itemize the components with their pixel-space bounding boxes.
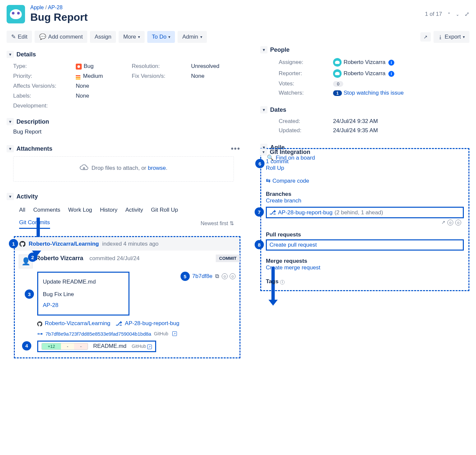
repo-link[interactable]: Roberto-Vizcarra/Learning xyxy=(29,241,99,247)
git-commits-link[interactable]: 1 commit xyxy=(266,158,289,165)
details-heading: Details xyxy=(16,51,36,58)
callout-2: 2 xyxy=(28,253,37,262)
fullscreen-icon[interactable]: ⤢ xyxy=(464,11,469,18)
collapse-git[interactable]: ▾ xyxy=(260,148,267,156)
fixversion-value: None xyxy=(191,73,205,79)
tab-gitcommits[interactable]: Git Commits xyxy=(19,218,50,229)
github-icon xyxy=(37,320,42,327)
repo-link-2[interactable]: Roberto-Vizcarra/Learning xyxy=(45,320,110,327)
collapse-attachments[interactable]: ▾ xyxy=(7,145,14,152)
repo-panel: 1 Roberto-Vizcarra/Learning indexed 4 mi… xyxy=(14,236,240,358)
info-icon[interactable]: i xyxy=(280,280,285,285)
commit-author: Roberto Vizcarra xyxy=(36,255,83,261)
file-name: README.md xyxy=(93,343,126,349)
edit-button[interactable]: ✎Edit xyxy=(7,31,32,43)
pager-next-icon[interactable]: ⌃ xyxy=(456,12,459,16)
avatar xyxy=(333,58,342,67)
collapse-dates[interactable]: ▾ xyxy=(260,106,267,113)
tab-all[interactable]: All xyxy=(19,205,25,215)
share-button[interactable]: ↗ xyxy=(420,32,431,42)
copy-icon[interactable]: ⧉ xyxy=(215,273,219,280)
external-link-icon[interactable]: ↗ xyxy=(172,331,177,336)
watchers-count: 1 xyxy=(333,90,342,96)
branch-stat: (2 behind, 1 ahead) xyxy=(334,209,383,216)
assign-button[interactable]: Assign xyxy=(90,31,116,43)
tab-comments[interactable]: Comments xyxy=(33,205,60,215)
description-text: Bug Report xyxy=(7,129,240,136)
branch-icon: ⎇ xyxy=(116,320,122,327)
tab-activity[interactable]: Activity xyxy=(125,205,143,215)
commit-badge: COMMIT xyxy=(216,255,240,262)
votes-value: 0 xyxy=(333,81,343,87)
status-icon-1: ⊙ xyxy=(222,273,228,279)
commit-date: committed 24/Jul/24 xyxy=(89,255,139,261)
git-compare-link[interactable]: ⇆Compare code xyxy=(266,178,309,184)
callout-3: 3 xyxy=(25,289,34,299)
create-mr-link[interactable]: Create merge request xyxy=(266,264,320,271)
attachments-menu-icon[interactable]: ••• xyxy=(231,144,240,153)
commit-message-box: Update README.md Bug Fix Line AP-28 xyxy=(37,272,129,316)
tags-heading: Tags xyxy=(266,278,278,285)
export-button[interactable]: ⭳Export▾ xyxy=(434,31,469,43)
collapse-details[interactable]: ▾ xyxy=(7,51,14,58)
tab-gitrollup[interactable]: Git Roll Up xyxy=(151,205,178,215)
share-icon: ↗ xyxy=(424,34,428,40)
compare-icon: ⇆ xyxy=(266,178,270,184)
type-value: Bug xyxy=(84,63,94,69)
attachments-dropzone[interactable]: Drop files to attach, or browse. xyxy=(13,156,234,182)
page-title: Bug Report xyxy=(30,11,88,23)
create-pr-link[interactable]: Create pull request xyxy=(269,242,317,248)
assignee-label: Assignee: xyxy=(279,59,333,66)
branch-name[interactable]: AP-28-bug-report-bug xyxy=(278,209,332,216)
collapse-activity[interactable]: ▾ xyxy=(7,193,14,200)
priority-value: Medium xyxy=(83,73,103,79)
commit-msg-key[interactable]: AP-28 xyxy=(43,302,58,308)
description-heading: Description xyxy=(16,118,49,125)
status-button[interactable]: To Do▾ xyxy=(147,31,175,43)
info-icon[interactable]: i xyxy=(388,60,394,66)
info-icon[interactable]: i xyxy=(388,71,394,77)
browse-link[interactable]: browse xyxy=(148,165,166,171)
created-label: Created: xyxy=(279,118,333,125)
tab-history[interactable]: History xyxy=(100,205,118,215)
branches-heading: Branches xyxy=(266,191,464,197)
export-icon: ⭳ xyxy=(438,34,443,40)
branch-row: ⎇ AP-28-bug-report-bug (2 behind, 1 ahea… xyxy=(266,207,464,218)
pager-prev-icon[interactable]: ⌃ xyxy=(447,12,451,16)
tab-worklog[interactable]: Work Log xyxy=(68,205,92,215)
collapse-description[interactable]: ▾ xyxy=(7,118,14,125)
github-icon xyxy=(19,240,25,247)
pr-heading: Pull requests xyxy=(266,231,464,238)
open-external-icon[interactable]: ↗ xyxy=(441,220,445,226)
people-heading: People xyxy=(270,46,290,53)
external-link-icon[interactable]: ↗ xyxy=(147,345,152,349)
git-rollup-link[interactable]: Roll Up xyxy=(266,165,284,171)
priority-label: Priority: xyxy=(13,73,76,79)
callout-5: 5 xyxy=(181,272,190,281)
add-comment-button[interactable]: 💬Add comment xyxy=(35,31,87,43)
resolution-label: Resolution: xyxy=(132,63,191,70)
branch-icon: ⎇ xyxy=(269,209,276,216)
sort-button[interactable]: Newest first ⇅ xyxy=(201,220,234,227)
stop-watching-link[interactable]: Stop watching this issue xyxy=(344,90,404,96)
create-branch-link[interactable]: Create branch xyxy=(266,197,301,204)
callout-1: 1 xyxy=(9,239,18,248)
git-heading: Git Integration xyxy=(270,149,310,156)
chevron-down-icon: ▾ xyxy=(138,35,140,39)
affects-label: Affects Version/s: xyxy=(13,83,76,89)
status-icon-2: ⊙ xyxy=(455,220,461,226)
branch-link[interactable]: AP-28-bug-report-bug xyxy=(125,320,179,327)
admin-button[interactable]: Admin▾ xyxy=(178,31,207,43)
dates-heading: Dates xyxy=(270,106,286,113)
diff-sub: - xyxy=(61,343,74,349)
collapse-people[interactable]: ▾ xyxy=(260,46,267,53)
file-source: GitHub xyxy=(132,344,146,349)
breadcrumb-project[interactable]: Apple xyxy=(30,5,44,10)
breadcrumb-key[interactable]: AP-28 xyxy=(48,5,62,10)
commit-hash-long[interactable]: 7b7df8e9a723f7dd85e8533e9fad759004b1bd8a xyxy=(45,331,151,337)
more-button[interactable]: More▾ xyxy=(119,31,145,43)
commit-hash-short[interactable]: 7b7df8e xyxy=(192,273,212,280)
watchers-label: Watchers: xyxy=(279,90,333,96)
reporter-label: Reporter: xyxy=(279,70,333,77)
fixversion-label: Fix Version/s: xyxy=(132,73,191,79)
